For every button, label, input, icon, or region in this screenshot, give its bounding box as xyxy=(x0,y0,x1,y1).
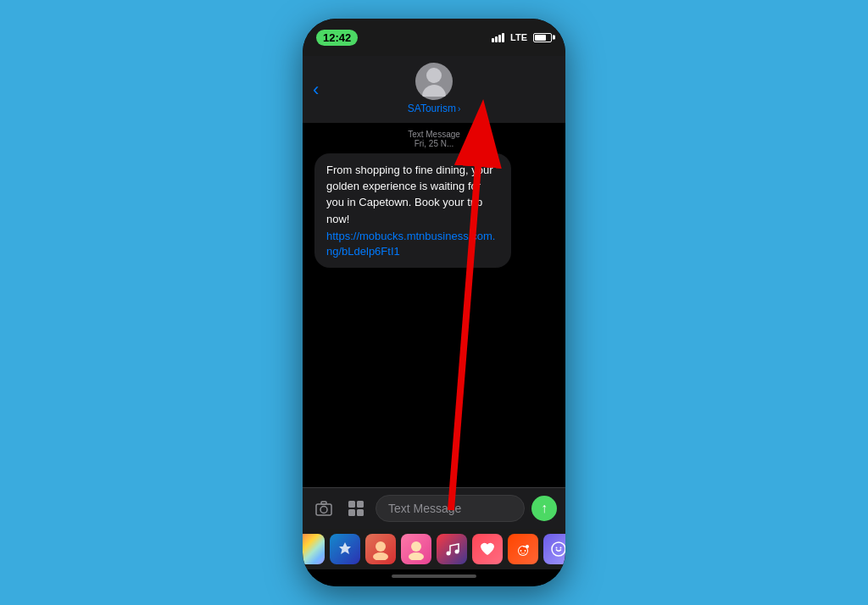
signal-icon xyxy=(492,33,504,42)
svg-rect-8 xyxy=(357,509,364,516)
svg-rect-7 xyxy=(348,509,355,516)
svg-point-3 xyxy=(320,507,327,513)
svg-point-22 xyxy=(556,547,558,549)
camera-button[interactable] xyxy=(311,496,337,521)
dock-icon-appstore[interactable] xyxy=(330,534,360,564)
svg-point-19 xyxy=(526,545,529,548)
svg-point-9 xyxy=(376,541,386,552)
dock-icon-other[interactable] xyxy=(543,534,565,564)
svg-point-21 xyxy=(552,542,565,556)
back-button[interactable]: ‹ xyxy=(313,79,319,101)
meta-date: Fri, 25 N... xyxy=(311,139,557,148)
svg-point-13 xyxy=(447,552,451,556)
meta-label: Text Message xyxy=(311,130,557,139)
dock-icon-avatar1[interactable] xyxy=(365,534,396,564)
svg-rect-4 xyxy=(321,502,326,504)
message-link[interactable]: https://mobucks.mtnbusiness.com.ng/bLdel… xyxy=(326,229,499,259)
svg-line-20 xyxy=(523,547,526,547)
avatar[interactable] xyxy=(415,63,453,100)
svg-point-18 xyxy=(525,550,526,552)
dock-icon-avatar2[interactable] xyxy=(401,534,431,564)
battery-icon xyxy=(533,33,552,42)
svg-point-12 xyxy=(409,552,424,560)
svg-point-11 xyxy=(411,541,421,552)
dock-icon-music[interactable] xyxy=(437,534,467,564)
svg-point-14 xyxy=(455,550,459,554)
message-text: From shopping to fine dining, your golde… xyxy=(326,164,493,225)
svg-point-10 xyxy=(373,552,388,560)
contact-name[interactable]: SATourism › xyxy=(408,103,460,114)
status-bar: 12:42 LTE xyxy=(303,19,565,56)
dock-icon-reddit[interactable] xyxy=(508,534,538,564)
status-icons: LTE xyxy=(492,32,552,42)
dock xyxy=(303,529,565,569)
app-button[interactable] xyxy=(343,496,369,521)
messages-scroll[interactable]: Text Message Fri, 25 N... From shopping … xyxy=(303,123,565,487)
send-button[interactable]: ↑ xyxy=(531,496,557,521)
phone-frame: 12:42 LTE ‹ xyxy=(303,19,565,586)
svg-rect-5 xyxy=(348,501,355,508)
message-meta: Text Message Fri, 25 N... xyxy=(311,130,557,148)
lte-label: LTE xyxy=(510,32,527,42)
svg-point-17 xyxy=(520,550,522,552)
message-header: ‹ SATourism › xyxy=(303,56,565,123)
message-bubble: From shopping to fine dining, your golde… xyxy=(314,153,511,268)
svg-rect-6 xyxy=(357,501,364,508)
home-indicator xyxy=(303,569,565,586)
input-area: Text Message ↑ xyxy=(303,487,565,529)
dock-icon-photos[interactable] xyxy=(303,534,325,564)
message-input[interactable]: Text Message xyxy=(376,495,525,522)
chevron-right-icon: › xyxy=(458,104,460,114)
home-bar xyxy=(392,574,476,578)
send-arrow-icon: ↑ xyxy=(541,501,548,516)
svg-point-23 xyxy=(560,547,562,549)
status-time: 12:42 xyxy=(316,30,358,46)
dock-icon-heart[interactable] xyxy=(472,534,503,564)
